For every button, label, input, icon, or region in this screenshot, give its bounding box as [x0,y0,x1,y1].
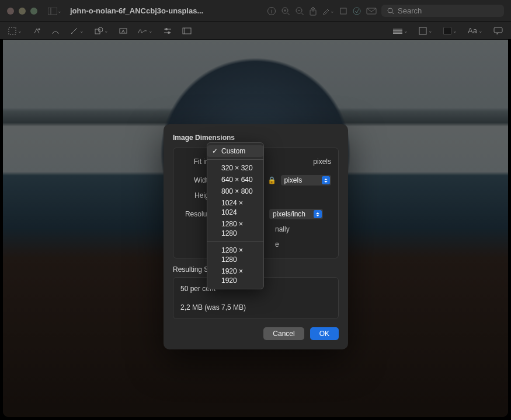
svg-point-19 [39,28,40,30]
sketch-icon[interactable] [51,27,60,35]
adjust-size-icon[interactable] [182,27,192,34]
resample-tail: e [275,240,279,249]
menu-separator [207,242,263,242]
svg-rect-33 [419,27,426,34]
svg-line-9 [301,13,304,15]
svg-rect-0 [48,8,57,15]
annotate-icon[interactable] [493,27,503,35]
svg-line-5 [287,13,290,15]
rotate-icon[interactable] [339,7,347,15]
ok-button[interactable]: OK [310,327,339,340]
line-style-icon[interactable]: ⌄ [393,28,408,34]
zoom-in-icon[interactable] [281,6,290,16]
instant-alpha-icon[interactable] [33,27,41,35]
dialog-title: Image Dimensions [173,134,339,142]
mail-icon[interactable] [366,8,377,15]
menu-separator [207,159,263,160]
width-unit-select[interactable]: pixels [281,175,332,186]
fit-option-custom[interactable]: Custom [207,145,263,157]
svg-rect-13 [340,8,346,14]
fit-into-dropdown[interactable]: Custom 320 × 320 640 × 640 800 × 800 102… [207,142,264,289]
result-filesize: 2,2 MB (was 7,5 MB) [180,303,331,312]
scale-proportionally-tail: nally [275,225,290,233]
sign-icon[interactable]: ⌄ [138,27,153,34]
fit-option[interactable]: 1024 × 1024 [207,197,263,218]
text-icon[interactable]: A [119,27,127,35]
fit-option[interactable]: 800 × 800 [207,186,263,197]
svg-text:A: A [121,29,125,34]
fit-option[interactable]: 1280 × 1280 [207,218,263,239]
svg-line-17 [392,12,394,14]
resolution-unit-select[interactable]: pixels/inch [269,209,323,219]
fit-option[interactable]: 1280 × 1280 [207,244,263,265]
shapes-icon[interactable]: ⌄ [95,27,109,35]
adjust-color-icon[interactable] [164,27,172,34]
draw-icon[interactable]: ⌄ [70,27,84,35]
sidebar-toggle-icon[interactable]: ⌄ [48,8,62,15]
fill-color-icon[interactable]: ⌄ [443,27,457,35]
svg-point-27 [168,32,170,34]
search-field[interactable]: Search [381,5,504,17]
svg-point-14 [353,8,360,15]
share-icon[interactable] [309,6,317,16]
cancel-button[interactable]: Cancel [263,327,304,340]
info-icon[interactable]: i [267,6,276,16]
svg-rect-34 [494,27,502,33]
svg-point-26 [165,28,168,30]
markup-icon[interactable] [352,6,361,16]
edit-toolbar: ⌄ ⌄ ⌄ A ⌄ ⌄ ⌄ ⌄ Aa⌄ [0,22,511,40]
window-controls [7,8,37,15]
lock-aspect-icon[interactable]: 🔒 [267,176,276,184]
search-icon [387,8,394,15]
highlight-icon[interactable]: ⌄ [322,7,335,15]
close-window-button[interactable] [7,8,14,15]
fit-option[interactable]: 320 × 320 [207,162,263,174]
fit-option[interactable]: 1920 × 1920 [207,265,263,286]
minimize-window-button[interactable] [19,8,26,15]
selection-tool-icon[interactable]: ⌄ [8,27,22,35]
svg-text:i: i [271,8,272,15]
zoom-out-icon[interactable] [295,6,304,16]
fit-into-unit: pixels [313,158,331,166]
svg-point-21 [98,27,103,32]
titlebar: ⌄ john-o-nolan-6f_ANCcbj3o-unsplas... i … [0,0,511,22]
text-style-icon[interactable]: Aa⌄ [468,26,483,35]
search-placeholder: Search [398,6,422,15]
border-color-icon[interactable]: ⌄ [419,27,433,35]
svg-rect-28 [183,28,191,34]
fit-option[interactable]: 640 × 640 [207,174,263,186]
window-title: john-o-nolan-6f_ANCcbj3o-unsplas... [70,6,203,15]
svg-rect-18 [9,27,16,34]
zoom-window-button[interactable] [30,8,37,15]
svg-point-16 [388,8,392,13]
